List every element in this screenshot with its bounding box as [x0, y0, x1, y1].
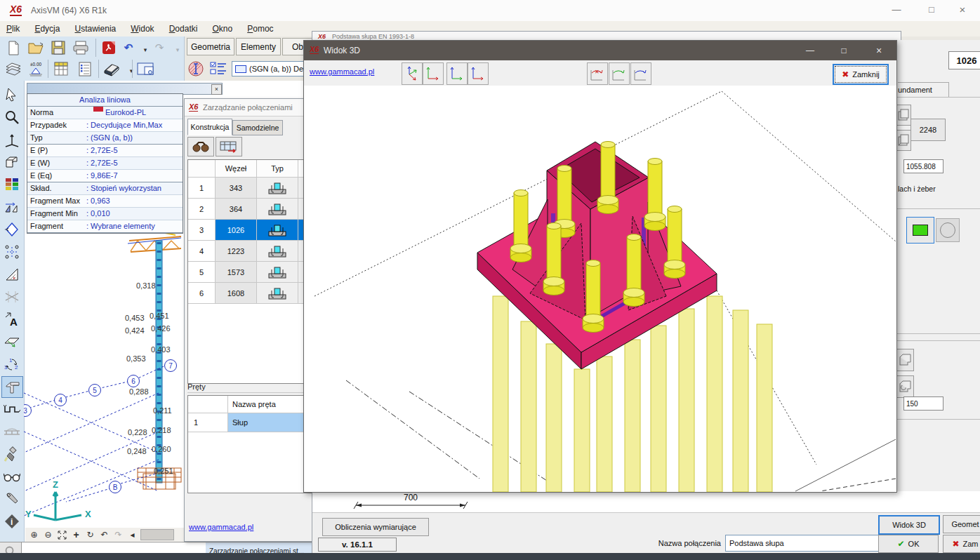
minimize-button[interactable]: —	[886, 1, 907, 18]
ok-button[interactable]: ✔ OK	[878, 535, 939, 553]
maximize-button[interactable]: □	[921, 1, 942, 18]
open-file-button[interactable]	[27, 39, 45, 57]
new-file-button[interactable]	[4, 39, 22, 57]
table-row-selected[interactable]: 3 1026	[188, 220, 312, 241]
search-connection-button[interactable]	[187, 137, 214, 156]
geometry-button[interactable]: Geomet	[943, 515, 980, 533]
tab-fundament[interactable]: undament	[898, 82, 949, 97]
dimension-input-1055[interactable]: 1055.808	[903, 159, 943, 173]
report-maker-button[interactable]	[76, 60, 94, 78]
level-button[interactable]: ±0.00	[27, 60, 45, 78]
design-calculations-button[interactable]: Obliczenia wymiarujące	[322, 518, 429, 536]
solid-model-button[interactable]	[1, 152, 22, 172]
dimension-input-150[interactable]: 150	[903, 396, 943, 411]
dialog-titlebar[interactable]: X6 Zarządzanie połączeniami	[185, 99, 314, 116]
anchor-option-button[interactable]	[896, 349, 914, 371]
view3d-button[interactable]: Widok 3D	[878, 515, 940, 535]
tab-samodzielne[interactable]: Samodzielne	[232, 120, 283, 135]
redo-view-button[interactable]: ↷	[112, 529, 124, 540]
base-dialog-title-sliver[interactable]: X6 Podstawa słupa EN 1993-1-8	[312, 31, 901, 41]
zoom-fit-button[interactable]	[56, 529, 68, 540]
view3d-titlebar[interactable]: X6 Widok 3D — □ ×	[304, 41, 896, 60]
table-row[interactable]: 2 364	[188, 199, 312, 220]
detail-grid-button[interactable]	[1, 241, 22, 262]
tab-geometria[interactable]: Geometria	[187, 38, 234, 55]
view-filter-button[interactable]	[1, 466, 22, 486]
view3d-maximize-button[interactable]: □	[829, 41, 859, 60]
menu-dodatki[interactable]: Dodatki	[163, 21, 204, 36]
stiffener-option-button[interactable]	[896, 105, 911, 126]
view-top-button[interactable]	[468, 62, 489, 85]
tab-konstrukcja[interactable]: Konstrukcja	[187, 119, 232, 135]
connection-manager-button[interactable]	[1, 376, 23, 398]
section-plane-button[interactable]	[1, 331, 22, 352]
anchor-option-button-2[interactable]	[896, 375, 914, 398]
info-button[interactable]: i	[1, 511, 22, 531]
highlight-tool-button[interactable]	[1, 444, 22, 464]
scrollbar-thumb[interactable]	[140, 529, 174, 540]
zoom-out-button[interactable]: ⊖	[42, 529, 54, 540]
rotate-x-button[interactable]: ✕	[587, 62, 608, 85]
view3d-zamknij-button[interactable]: ✖ Zamknij	[833, 64, 889, 85]
menu-edycja[interactable]: Edycja	[28, 21, 66, 36]
previous-view-button[interactable]: ◂	[126, 529, 138, 540]
zoom-in-button[interactable]: ⊕	[28, 529, 40, 540]
transform-button[interactable]	[1, 196, 22, 217]
dimension-tool-button[interactable]	[1, 286, 22, 307]
view3d-minimize-button[interactable]: —	[795, 41, 825, 60]
undo-button[interactable]: ↶	[119, 39, 138, 57]
redo-button[interactable]: ↷	[150, 39, 168, 57]
bridge-module-button[interactable]	[1, 421, 22, 441]
polyline-button[interactable]	[1, 399, 22, 419]
load-case-selector[interactable]: (SGN (a, b)) Dec	[232, 61, 314, 76]
undo-view-button[interactable]: ↶	[98, 529, 110, 540]
stiffener-option-button-2[interactable]	[896, 130, 911, 151]
section-display-button[interactable]	[187, 60, 205, 78]
save-button[interactable]	[49, 39, 67, 57]
view-iso-button[interactable]	[402, 62, 423, 85]
members-row[interactable]: 1 Słup	[188, 413, 312, 432]
weld-option-selected[interactable]	[906, 217, 934, 244]
rotate-view-button[interactable]: ↻	[84, 529, 96, 540]
gammacad-link[interactable]: www.gammacad.pl	[189, 523, 253, 531]
window-layout-button[interactable]	[136, 60, 154, 78]
panel-close-button[interactable]: ×	[211, 84, 222, 95]
menu-plik[interactable]: Plik	[0, 21, 26, 36]
display-options-button[interactable]	[209, 60, 227, 78]
select-cursor-button[interactable]	[1, 84, 22, 105]
text-annotation-button[interactable]: A	[1, 309, 22, 329]
connection-type-button[interactable]	[216, 137, 242, 156]
layers-button[interactable]	[4, 60, 22, 78]
view3d-close-button[interactable]: ×	[864, 41, 894, 60]
menu-okno[interactable]: Okno	[206, 21, 239, 36]
menu-ustawienia[interactable]: Ustawienia	[69, 21, 123, 36]
close-button[interactable]: ×	[952, 1, 973, 18]
menu-widok[interactable]: Widok	[124, 21, 160, 36]
color-coding-button[interactable]	[1, 174, 22, 194]
circle-option-button[interactable]	[936, 218, 960, 242]
table-browser-button[interactable]	[52, 60, 70, 78]
tab-elementy[interactable]: Elementy	[236, 38, 281, 55]
renumber-button[interactable]: 123	[1, 354, 22, 374]
view-front-button[interactable]	[423, 62, 444, 85]
connection-name-input[interactable]: Podstawa słupa	[725, 535, 879, 552]
table-row[interactable]: 1 343	[188, 178, 312, 199]
bolt-count-button[interactable]: 2248	[911, 119, 946, 141]
redo-dropdown[interactable]: ▾	[168, 41, 187, 59]
table-row[interactable]: 5 1573	[188, 262, 312, 283]
tools-button[interactable]	[1, 488, 22, 509]
pdf-export-button[interactable]	[100, 39, 118, 57]
view-side-button[interactable]	[446, 62, 468, 85]
print-button[interactable]	[72, 39, 90, 57]
view3d-gammacad-link[interactable]: www.gammacad.pl	[310, 67, 374, 76]
cancel-button[interactable]: ✖ Zam	[943, 535, 980, 553]
pan-button[interactable]: +	[70, 529, 82, 540]
rotate-y-button[interactable]	[609, 62, 630, 85]
table-row[interactable]: 6 1608	[188, 283, 312, 304]
rotate-tool-button[interactable]	[1, 219, 22, 239]
rotate-z-button[interactable]	[630, 62, 651, 85]
menu-pomoc[interactable]: Pomoc	[241, 21, 279, 36]
table-row[interactable]: 4 1223	[188, 241, 312, 262]
set-square-button[interactable]	[1, 264, 22, 284]
view3d-canvas[interactable]	[304, 86, 896, 492]
